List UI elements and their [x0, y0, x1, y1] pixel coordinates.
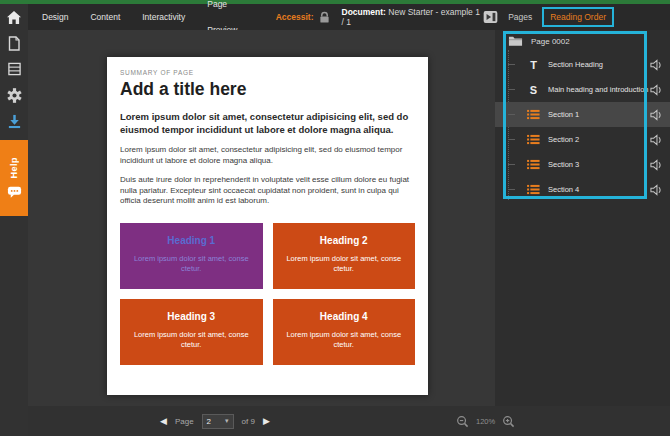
reading-order-item[interactable]: Section 1 [495, 102, 670, 127]
help-label: Help [9, 157, 19, 179]
toolbar: Design Content Interactivity Page Previe… [28, 4, 670, 30]
zoom-out-icon[interactable] [456, 415, 469, 428]
page-select-value: 2 [207, 417, 211, 426]
page-folder-row[interactable]: Page 0002 [495, 30, 670, 52]
card-heading-4: Heading 4 Lorem ipsum dolor sit amet, co… [273, 299, 416, 365]
item-label: Section 1 [548, 110, 579, 119]
lock-icon [319, 11, 330, 24]
card-body: Lorem ipsum dolor sit amet, conse ctetur… [130, 330, 253, 350]
download-icon[interactable] [0, 108, 28, 134]
speaker-icon[interactable] [650, 184, 663, 196]
text-type-icon: S [527, 84, 540, 96]
zoom-in-icon[interactable] [502, 415, 515, 428]
document-icon[interactable] [0, 30, 28, 56]
card-heading-1: Heading 1 Lorem ipsum dolor sit amet, co… [120, 223, 263, 289]
card-body: Lorem ipsum dolor sit amet, conse ctetur… [283, 254, 406, 274]
folder-icon [508, 35, 523, 47]
zoom-controls: 120% [456, 406, 515, 436]
tab-design[interactable]: Design [31, 4, 79, 30]
card-heading-2: Heading 2 Lorem ipsum dolor sit amet, co… [273, 223, 416, 289]
page-title: Add a title here [120, 79, 415, 100]
list-icon [527, 159, 540, 170]
reading-order-item[interactable]: Section 3 [495, 152, 670, 177]
page-select[interactable]: 2 ▾ [202, 414, 234, 429]
item-label: Section 3 [548, 160, 579, 169]
card-title: Heading 4 [283, 311, 406, 322]
help-tab[interactable]: Help [0, 140, 28, 216]
collapse-panel-icon[interactable] [483, 10, 498, 24]
card-grid: Heading 1 Lorem ipsum dolor sit amet, co… [120, 223, 415, 365]
page-label: Page [175, 417, 194, 426]
pages-button[interactable]: Pages [508, 12, 532, 22]
next-page-button[interactable]: ▶ [263, 416, 270, 426]
reading-order-list: T Section Heading S Main heading and int… [495, 52, 670, 202]
item-label: Section 2 [548, 135, 579, 144]
bottom-bar: ◀ Page 2 ▾ of 9 ▶ 120% [28, 406, 670, 436]
list-icon [527, 109, 540, 120]
page-preview: SUMMARY OF PAGE Add a title here Lorem i… [107, 57, 428, 395]
prev-page-button[interactable]: ◀ [160, 416, 167, 426]
text-type-icon: T [527, 59, 540, 71]
speaker-icon[interactable] [650, 159, 663, 171]
paragraph: Lorem ipsum dolor sit amet, consectetur … [120, 145, 415, 166]
folder-label: Page 0002 [531, 37, 570, 46]
canvas: SUMMARY OF PAGE Add a title here Lorem i… [28, 30, 495, 406]
tab-interactivity[interactable]: Interactivity [131, 4, 196, 30]
speaker-icon[interactable] [650, 134, 663, 146]
zoom-level: 120% [476, 417, 495, 426]
paragraph: Duis aute irure dolor in reprehenderit i… [120, 175, 415, 207]
lead-paragraph: Lorem ipsum dolor sit amet, consectetur … [120, 110, 415, 136]
document-label: Document: [342, 7, 386, 17]
sidebar: Help [0, 4, 28, 436]
item-label: Section 4 [548, 185, 579, 194]
reading-order-item[interactable]: Section 4 [495, 177, 670, 202]
settings-gear-icon[interactable] [0, 82, 28, 108]
item-label: Section Heading [548, 60, 603, 69]
document-info: Document: New Starter - example 1 / 1 [342, 7, 484, 27]
home-icon[interactable] [0, 4, 28, 30]
card-body: Lorem ipsum dolor sit amet, conse ctetur… [130, 254, 253, 274]
item-label: Main heading and introduction [548, 85, 649, 94]
list-icon [527, 184, 540, 195]
reading-order-item[interactable]: S Main heading and introduction [495, 77, 670, 102]
chat-bubble-icon[interactable] [7, 185, 22, 199]
pager: ◀ Page 2 ▾ of 9 ▶ [160, 406, 270, 436]
app-window: Help Design Content Interactivity Page P… [0, 0, 670, 436]
list-icon [527, 134, 540, 145]
speaker-icon[interactable] [650, 109, 663, 121]
page-count-label: of 9 [242, 417, 255, 426]
card-title: Heading 2 [283, 235, 406, 246]
page-eyebrow: SUMMARY OF PAGE [120, 69, 415, 76]
reading-order-item[interactable]: Section 2 [495, 127, 670, 152]
structure-icon[interactable] [0, 56, 28, 82]
reading-order-panel: Page 0002 T Section Heading S Main headi… [495, 30, 670, 406]
card-heading-3: Heading 3 Lorem ipsum dolor sit amet, co… [120, 299, 263, 365]
speaker-icon[interactable] [650, 84, 663, 96]
tab-content[interactable]: Content [79, 4, 131, 30]
chevron-down-icon: ▾ [225, 417, 229, 425]
card-title: Heading 3 [130, 311, 253, 322]
card-title: Heading 1 [130, 235, 253, 246]
reading-order-button[interactable]: Reading Order [542, 7, 614, 27]
card-body: Lorem ipsum dolor sit amet, conse ctetur… [283, 330, 406, 350]
accessit-status: Accessit: [276, 12, 314, 22]
speaker-icon[interactable] [650, 59, 663, 71]
reading-order-item[interactable]: T Section Heading [495, 52, 670, 77]
